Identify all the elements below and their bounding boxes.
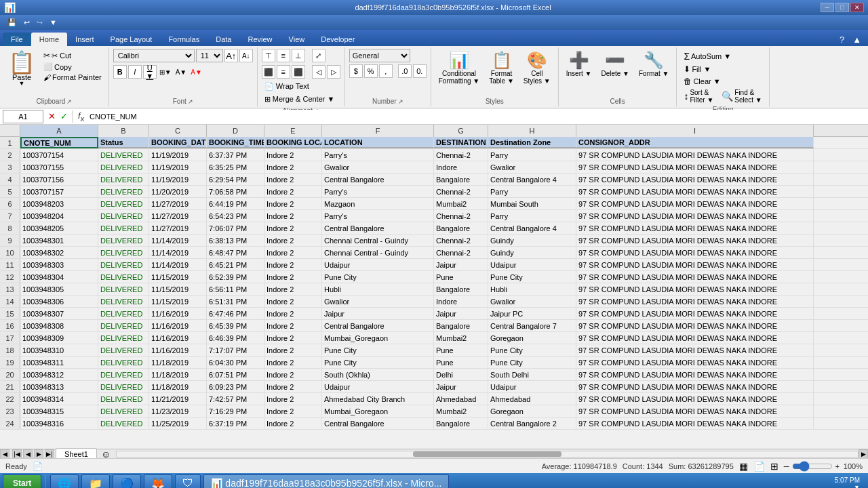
cell-A22[interactable]: 1003948314 — [20, 393, 98, 405]
cell-E4[interactable]: Indore 2 — [264, 174, 322, 185]
zoom-in-btn[interactable]: + — [835, 462, 840, 470]
cell-A14[interactable]: 1003948306 — [20, 296, 98, 307]
cell-A19[interactable]: 1003948311 — [20, 357, 98, 368]
cell-F21[interactable]: Udaipur — [322, 381, 434, 392]
cell-C9[interactable]: 11/14/2019 — [149, 235, 207, 246]
cell-I17[interactable]: 97 SR COMPUND LASUDIA MORI DEWAS NAKA IN… — [576, 332, 814, 344]
cell-H22[interactable]: Ahmedabad — [488, 393, 576, 405]
cell-G13[interactable]: Bangalore — [434, 283, 488, 295]
cell-B20[interactable]: DELIVERED — [98, 369, 149, 380]
cell-A7[interactable]: 1003948204 — [20, 210, 98, 222]
cell-D9[interactable]: 6:38:13 PM — [207, 235, 264, 246]
ribbon-minimize-btn[interactable]: ▲ — [848, 33, 865, 46]
decimal-decrease-btn[interactable]: 0. — [413, 64, 427, 78]
help-btn[interactable]: ? — [835, 33, 848, 46]
sheet-next-btn[interactable]: ▶ — [34, 449, 43, 459]
cell-D17[interactable]: 6:46:39 PM — [207, 332, 264, 344]
cell-I13[interactable]: 97 SR COMPUND LASUDIA MORI DEWAS NAKA IN… — [576, 283, 814, 295]
fill-button[interactable]: ⬇ Fill ▼ — [681, 64, 713, 75]
antivirus-button[interactable]: 🛡 — [175, 474, 201, 488]
delete-button[interactable]: ➖ Delete ▼ — [597, 49, 633, 79]
cell-B17[interactable]: DELIVERED — [98, 332, 149, 344]
maximize-button[interactable]: □ — [835, 3, 849, 12]
cell-C21[interactable]: 11/18/2019 — [149, 381, 207, 392]
cell-H8[interactable]: Central Bangalore 4 — [488, 222, 576, 234]
firefox-button[interactable]: 🦊 — [144, 474, 172, 488]
cell-E2[interactable]: Indore 2 — [264, 149, 322, 161]
cell-F7[interactable]: Parry's — [322, 210, 434, 222]
cell-I10[interactable]: 97 SR COMPUND LASUDIA MORI DEWAS NAKA IN… — [576, 247, 814, 258]
font-fill-btn[interactable]: A▼ — [174, 68, 189, 76]
cell-D16[interactable]: 6:45:39 PM — [207, 320, 264, 331]
cell-G4[interactable]: Bangalore — [434, 174, 488, 185]
cell-H13[interactable]: Hubli — [488, 283, 576, 295]
cell-G1[interactable]: DESTINATION — [434, 137, 488, 148]
cell-E6[interactable]: Indore 2 — [264, 198, 322, 209]
cell-E3[interactable]: Indore 2 — [264, 161, 322, 173]
cell-D5[interactable]: 7:06:58 PM — [207, 186, 264, 197]
cell-C14[interactable]: 11/15/2019 — [149, 296, 207, 307]
cell-F11[interactable]: Udaipur — [322, 259, 434, 270]
cell-H11[interactable]: Udaipur — [488, 259, 576, 270]
cell-A4[interactable]: 1003707156 — [20, 174, 98, 185]
cell-H24[interactable]: Central Bangalore 2 — [488, 418, 576, 429]
cell-F17[interactable]: Mumbai_Goregaon — [322, 332, 434, 344]
cell-E23[interactable]: Indore 2 — [264, 405, 322, 417]
cell-F3[interactable]: Gwalior — [322, 161, 434, 173]
new-sheet-btn[interactable]: ☺ — [98, 449, 113, 459]
minimize-button[interactable]: ─ — [821, 3, 834, 12]
clear-button[interactable]: 🗑 Clear ▼ — [681, 76, 723, 87]
cell-E8[interactable]: Indore 2 — [264, 222, 322, 234]
cell-I9[interactable]: 97 SR COMPUND LASUDIA MORI DEWAS NAKA IN… — [576, 235, 814, 246]
autosum-button[interactable]: Σ AutoSum ▼ — [681, 50, 734, 62]
cell-A12[interactable]: 1003948304 — [20, 271, 98, 283]
conditional-formatting-button[interactable]: 📊 ConditionalFormatting ▼ — [435, 49, 483, 87]
cell-B4[interactable]: DELIVERED — [98, 174, 149, 185]
cell-D7[interactable]: 6:54:23 PM — [207, 210, 264, 222]
horizontal-scrollbar[interactable]: ◀ |◀ ◀ ▶ ▶| Sheet1 ☺ ▶ — [0, 449, 868, 458]
undo-quick-btn[interactable]: ↩ — [22, 18, 32, 28]
tab-page-layout[interactable]: Page Layout — [102, 33, 161, 46]
zoom-slider[interactable] — [792, 463, 833, 470]
cell-H7[interactable]: Parry — [488, 210, 576, 222]
cell-D15[interactable]: 6:47:46 PM — [207, 308, 264, 319]
cell-F10[interactable]: Chennai Central - Guindy — [322, 247, 434, 258]
cell-H10[interactable]: Guindy — [488, 247, 576, 258]
cell-B23[interactable]: DELIVERED — [98, 405, 149, 417]
h-scroll-track[interactable] — [116, 451, 859, 458]
cell-F18[interactable]: Pune City — [322, 344, 434, 356]
ie-button[interactable]: 🌐 — [50, 474, 79, 488]
cell-G5[interactable]: Chennai-2 — [434, 186, 488, 197]
normal-view-btn[interactable]: ▦ — [739, 461, 748, 472]
cell-E11[interactable]: Indore 2 — [264, 259, 322, 270]
cell-C4[interactable]: 11/19/2019 — [149, 174, 207, 185]
cell-D22[interactable]: 7:42:57 PM — [207, 393, 264, 405]
save-quick-btn[interactable]: 💾 — [5, 18, 19, 28]
cell-A6[interactable]: 1003948203 — [20, 198, 98, 209]
cell-C6[interactable]: 11/27/2019 — [149, 198, 207, 209]
col-header-I[interactable]: I — [576, 125, 814, 137]
sheet-tab-sheet1[interactable]: Sheet1 — [56, 448, 97, 458]
cell-G3[interactable]: Indore — [434, 161, 488, 173]
cell-H15[interactable]: Jaipur PC — [488, 308, 576, 319]
cell-D1[interactable]: BOOKING_TIME — [207, 137, 264, 148]
cell-F4[interactable]: Central Bangalore — [322, 174, 434, 185]
cell-B16[interactable]: DELIVERED — [98, 320, 149, 331]
cell-G21[interactable]: Jaipur — [434, 381, 488, 392]
zoom-level[interactable]: 100% — [842, 462, 863, 470]
cell-A3[interactable]: 1003707155 — [20, 161, 98, 173]
cell-D10[interactable]: 6:48:47 PM — [207, 247, 264, 258]
sheet-first-btn[interactable]: |◀ — [12, 449, 22, 459]
cell-E9[interactable]: Indore 2 — [264, 235, 322, 246]
cell-B22[interactable]: DELIVERED — [98, 393, 149, 405]
cell-A8[interactable]: 1003948205 — [20, 222, 98, 234]
cell-I15[interactable]: 97 SR COMPUND LASUDIA MORI DEWAS NAKA IN… — [576, 308, 814, 319]
clock[interactable]: 5:07 PM▼ — [829, 476, 865, 489]
cell-B11[interactable]: DELIVERED — [98, 259, 149, 270]
cell-H5[interactable]: Parry — [488, 186, 576, 197]
sort-filter-button[interactable]: ↕ Sort &Filter ▼ — [681, 88, 716, 104]
col-header-F[interactable]: F — [322, 125, 434, 137]
scroll-left-btn[interactable]: ◀ — [0, 449, 9, 459]
cell-E22[interactable]: Indore 2 — [264, 393, 322, 405]
font-dialog-btn[interactable]: ↗ — [188, 98, 193, 105]
